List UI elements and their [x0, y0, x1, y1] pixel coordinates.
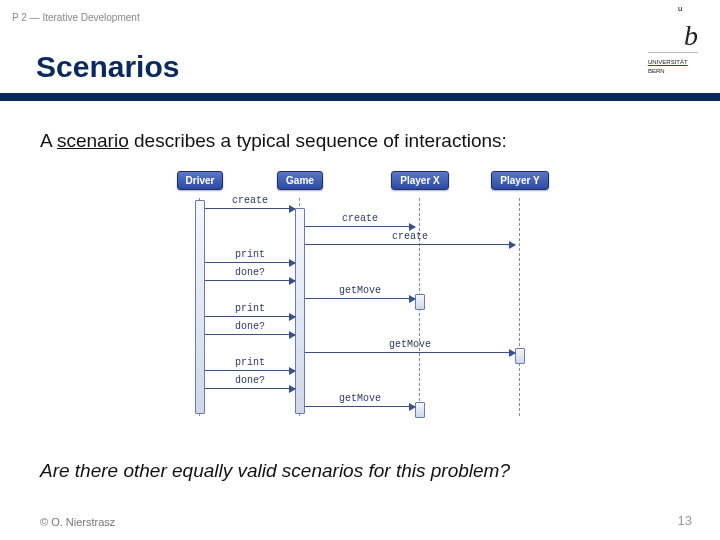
message-arrow: create [205, 198, 295, 212]
logo-line2: BERN [648, 68, 698, 75]
activation-bar [515, 348, 525, 364]
message-label: getMove [305, 285, 415, 296]
message-label: print [205, 249, 295, 260]
message-label: create [205, 195, 295, 206]
message-arrow: print [205, 306, 295, 320]
message-arrow: getMove [305, 288, 415, 302]
arrow-head-icon [289, 205, 296, 213]
footer-author: © O. Nierstrasz [40, 516, 115, 528]
lead-pre: A [40, 130, 57, 151]
arrow-head-icon [509, 241, 516, 249]
page-number: 13 [678, 513, 692, 528]
arrow-head-icon [289, 259, 296, 267]
arrow-head-icon [409, 223, 416, 231]
message-arrow: done? [205, 378, 295, 392]
message-label: print [205, 303, 295, 314]
message-label: create [305, 231, 515, 242]
message-arrow: done? [205, 270, 295, 284]
activation-bar [415, 294, 425, 310]
arrow-head-icon [289, 385, 296, 393]
question-text: Are there other equally valid scenarios … [40, 460, 510, 482]
participant-head: Game [265, 170, 335, 190]
message-label: print [205, 357, 295, 368]
arrow-head-icon [409, 403, 416, 411]
university-logo: u b UNIVERSITÄT BERN [648, 4, 698, 75]
header-label: P 2 — Iterative Development [12, 12, 140, 23]
arrow-head-icon [509, 349, 516, 357]
message-arrow: create [305, 234, 515, 248]
arrow-head-icon [409, 295, 416, 303]
message-label: done? [205, 375, 295, 386]
message-label: getMove [305, 339, 515, 350]
logo-line1: UNIVERSITÄT [648, 59, 698, 66]
message-arrow: print [205, 360, 295, 374]
accent-bar [0, 93, 720, 101]
sequence-diagram: DriverGamePlayer XPlayer Ycreatecreatecr… [145, 170, 575, 430]
participant-chip: Player X [391, 171, 448, 190]
participant-head: Driver [165, 170, 235, 190]
message-arrow: create [305, 216, 415, 230]
slide: P 2 — Iterative Development u b UNIVERSI… [0, 0, 720, 540]
participant-chip: Driver [177, 171, 224, 190]
message-label: done? [205, 321, 295, 332]
lifeline [519, 198, 521, 416]
participant-chip: Player Y [491, 171, 548, 190]
lead-underlined: scenario [57, 130, 129, 151]
message-arrow: getMove [305, 396, 415, 410]
logo-b-icon: b [684, 22, 698, 50]
message-label: done? [205, 267, 295, 278]
logo-u: u [678, 4, 682, 13]
participant-head: Player X [385, 170, 455, 190]
participant-head: Player Y [485, 170, 555, 190]
arrow-head-icon [289, 313, 296, 321]
message-label: create [305, 213, 415, 224]
lead-post: describes a typical sequence of interact… [129, 130, 507, 151]
arrow-head-icon [289, 277, 296, 285]
arrow-head-icon [289, 331, 296, 339]
message-arrow: print [205, 252, 295, 266]
activation-bar [195, 200, 205, 414]
arrow-head-icon [289, 367, 296, 375]
page-title: Scenarios [36, 50, 179, 84]
activation-bar [295, 208, 305, 414]
message-arrow: done? [205, 324, 295, 338]
body: A scenario describes a typical sequence … [40, 130, 680, 430]
message-arrow: getMove [305, 342, 515, 356]
participant-chip: Game [277, 171, 323, 190]
lead-text: A scenario describes a typical sequence … [40, 130, 680, 152]
message-label: getMove [305, 393, 415, 404]
activation-bar [415, 402, 425, 418]
